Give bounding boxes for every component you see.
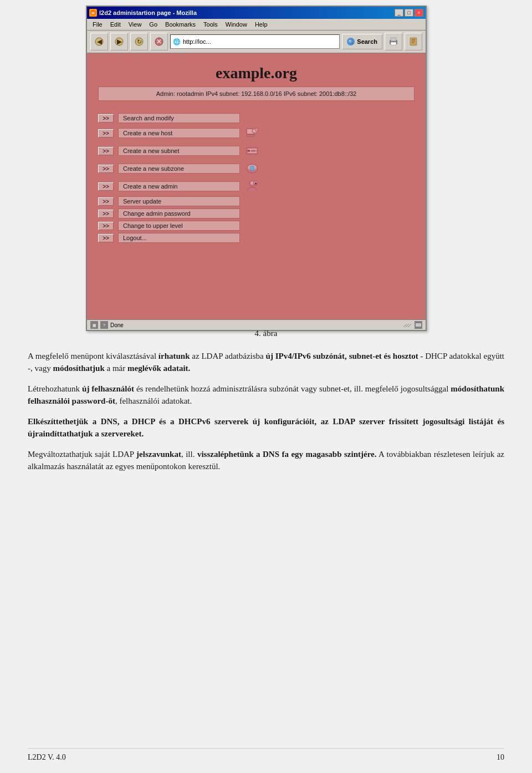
nav-item-logout: >> Logout... [98,233,415,243]
web-content: example.org Admin: rootadmin IPv4 subnet… [87,53,426,319]
window-title: l2d2 administartion page - Mozilla [99,9,197,16]
menu-window[interactable]: Window [222,20,250,29]
menu-bookmarks[interactable]: Bookmarks [162,20,199,29]
nav-label-server-update[interactable]: Server update [118,196,240,206]
svg-text:▦: ▦ [93,323,96,327]
bookmark-button[interactable] [405,33,422,50]
site-title: example.org [93,64,420,82]
browser-window: M l2d2 administartion page - Mozilla _ □… [86,6,427,331]
nav-arrow-admin[interactable]: >> [98,182,114,191]
svg-text:▶: ▶ [117,38,122,45]
nav-item-upper-level: >> Change to upper level [98,221,415,231]
nav-item-server-update: >> Server update [98,196,415,206]
footer: L2D2 V. 4.0 10 [28,748,504,762]
close-button[interactable]: × [415,9,423,17]
nav-arrow-upper-level[interactable]: >> [98,222,114,230]
nav-label-admin[interactable]: Create a new admin [118,181,240,191]
search-icon: 🔍 [347,38,355,45]
paragraph-2: Létrehozhatunk új felhasználót és rendel… [28,383,504,408]
svg-rect-43 [416,323,421,327]
admin-icon: ★ [244,179,260,194]
menu-go[interactable]: Go [146,20,161,29]
svg-text:M: M [91,11,95,15]
svg-point-22 [255,128,258,131]
menu-bar: File Edit View Go Bookmarks Tools Window… [87,19,426,30]
nav-label-subnet[interactable]: Create a new subnet [118,146,240,156]
nav-item-search: >> Search and modify [98,113,415,123]
title-bar-left: M l2d2 administartion page - Mozilla [89,9,197,17]
footer-right: 10 [497,753,504,762]
back-button[interactable]: ◀ [90,33,108,50]
toolbar: ◀ ▶ ↻ ✕ 🌐 http://loc... [87,30,426,53]
nav-label-change-password[interactable]: Change admin password [118,208,240,218]
svg-rect-19 [247,135,254,136]
nav-item-change-password: >> Change admin password [98,208,415,218]
nav-label-upper-level[interactable]: Change to upper level [118,221,240,231]
paragraph-3: Elkészíttethetjük a DNS, a DHCP és a DHC… [28,415,504,440]
menu-edit[interactable]: Edit [107,20,124,29]
subnet-icon [244,143,260,159]
nav-item-host: >> Create a new host [98,125,415,141]
maximize-button[interactable]: □ [405,9,413,17]
svg-text:🌐: 🌐 [249,165,255,171]
nav-item-admin: >> Create a new admin ★ [98,179,415,194]
minimize-button[interactable]: _ [395,9,403,17]
nav-item-subnet: >> Create a new subnet [98,143,415,159]
subzone-icon: 🌐 [244,161,260,176]
address-bar[interactable]: 🌐 http://loc... [170,34,340,49]
nav-label-host[interactable]: Create a new host [118,128,240,138]
nav-label-subzone[interactable]: Create a new subzone [118,164,240,174]
svg-text:★: ★ [254,182,257,185]
svg-text:◀: ◀ [97,38,103,45]
stop-button[interactable]: ✕ [150,33,168,50]
nav-arrow-subnet[interactable]: >> [98,147,114,155]
print-button[interactable] [385,33,402,50]
svg-rect-11 [391,38,396,41]
nav-arrow-logout[interactable]: >> [98,234,114,242]
nav-arrow-change-password[interactable]: >> [98,210,114,218]
paragraph-1: A megfelelő menüpont kiválasztásával írh… [28,350,504,375]
menu-view[interactable]: View [125,20,145,29]
info-bar: Admin: rootadmin IPv4 subnet: 192.168.0.… [98,87,415,101]
reload-button[interactable]: ↻ [130,33,148,50]
nav-arrow-subzone[interactable]: >> [98,165,114,173]
menu-file[interactable]: File [89,20,106,29]
menu-tools[interactable]: Tools [200,20,221,29]
svg-text:?: ? [103,323,105,327]
nav-label-search[interactable]: Search and modify [118,113,240,123]
main-content: 4. ábra A megfelelő menüpont kiválasztás… [28,327,504,481]
host-icon [244,125,260,141]
svg-rect-12 [391,42,396,45]
web-navigation: >> Search and modify >> Create a new hos… [87,106,426,252]
svg-text:↻: ↻ [137,38,142,45]
nav-arrow-search[interactable]: >> [98,114,114,123]
web-header: example.org Admin: rootadmin IPv4 subnet… [87,53,426,106]
address-icon: 🌐 [173,38,181,45]
menu-help[interactable]: Help [252,20,271,29]
nav-item-subzone: >> Create a new subzone 🌐 [98,161,415,176]
browser-icon: M [89,9,97,17]
figure-caption: 4. ábra [28,327,504,340]
nav-arrow-server-update[interactable]: >> [98,197,114,206]
paragraph-4: Megváltoztathatjuk saját LDAP jelszavunk… [28,448,504,473]
forward-button[interactable]: ▶ [110,33,128,50]
svg-text:✕: ✕ [156,38,162,45]
footer-left: L2D2 V. 4.0 [28,753,66,762]
nav-arrow-host[interactable]: >> [98,129,114,138]
nav-label-logout[interactable]: Logout... [118,233,240,243]
title-bar-controls: _ □ × [395,9,423,17]
search-button[interactable]: 🔍 Search [342,34,382,49]
search-label: Search [357,38,377,45]
address-text: http://loc... [183,38,211,45]
title-bar: M l2d2 administartion page - Mozilla _ □… [87,7,426,19]
svg-rect-13 [410,38,417,45]
